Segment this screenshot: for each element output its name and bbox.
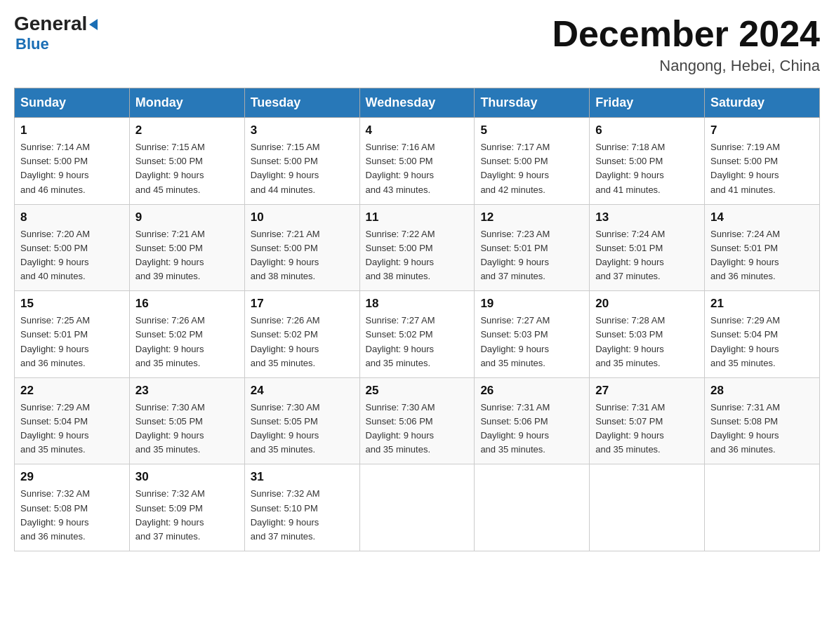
day-info: Sunrise: 7:32 AM Sunset: 5:08 PM Dayligh… [20,487,124,544]
day-info: Sunrise: 7:27 AM Sunset: 5:03 PM Dayligh… [480,314,583,370]
col-friday: Friday [590,88,705,118]
empty-cell [475,464,590,551]
day-number: 9 [135,210,239,224]
day-number: 20 [595,297,699,311]
daylight-minutes: and 37 minutes. [251,531,316,542]
daylight-label: Daylight: 9 hours [251,344,319,354]
calendar-header-row: Sunday Monday Tuesday Wednesday Thursday… [15,88,820,118]
day-info: Sunrise: 7:31 AM Sunset: 5:06 PM Dayligh… [480,401,583,457]
sunset-label: Sunset: 5:04 PM [710,329,778,340]
sunrise-label: Sunrise: 7:26 AM [135,315,205,326]
daylight-minutes: and 45 minutes. [135,185,201,195]
daylight-label: Daylight: 9 hours [135,170,204,180]
sunset-label: Sunset: 5:00 PM [366,243,433,253]
calendar-day-cell: 20 Sunrise: 7:28 AM Sunset: 5:03 PM Dayl… [590,291,705,378]
day-number: 5 [480,123,583,137]
day-info: Sunrise: 7:26 AM Sunset: 5:02 PM Dayligh… [135,314,239,370]
daylight-label: Daylight: 9 hours [710,430,779,441]
daylight-label: Daylight: 9 hours [366,257,435,267]
calendar-day-cell: 13 Sunrise: 7:24 AM Sunset: 5:01 PM Dayl… [590,204,705,291]
sunrise-label: Sunrise: 7:28 AM [595,315,665,326]
day-info: Sunrise: 7:31 AM Sunset: 5:07 PM Dayligh… [595,401,699,457]
sunset-label: Sunset: 5:07 PM [595,416,663,427]
calendar-day-cell: 28 Sunrise: 7:31 AM Sunset: 5:08 PM Dayl… [705,377,820,464]
sunrise-label: Sunrise: 7:30 AM [251,402,320,412]
day-number: 8 [20,210,124,224]
calendar-day-cell: 2 Sunrise: 7:15 AM Sunset: 5:00 PM Dayli… [129,118,244,205]
col-sunday: Sunday [15,88,130,118]
sunrise-label: Sunrise: 7:32 AM [20,488,90,499]
col-wednesday: Wednesday [359,88,475,118]
day-number: 29 [20,470,124,484]
day-info: Sunrise: 7:15 AM Sunset: 5:00 PM Dayligh… [135,140,239,197]
calendar-day-cell: 29 Sunrise: 7:32 AM Sunset: 5:08 PM Dayl… [15,464,130,551]
day-number: 15 [20,297,124,311]
daylight-label: Daylight: 9 hours [366,344,435,354]
calendar-day-cell: 9 Sunrise: 7:21 AM Sunset: 5:00 PM Dayli… [129,204,244,291]
sunrise-label: Sunrise: 7:17 AM [480,142,550,152]
sunrise-label: Sunrise: 7:21 AM [251,229,320,239]
day-info: Sunrise: 7:20 AM Sunset: 5:00 PM Dayligh… [20,227,124,284]
daylight-label: Daylight: 9 hours [20,430,89,441]
daylight-minutes: and 35 minutes. [480,444,545,455]
daylight-minutes: and 35 minutes. [595,358,661,368]
sunset-label: Sunset: 5:00 PM [595,156,663,166]
daylight-minutes: and 43 minutes. [366,185,431,195]
sunrise-label: Sunrise: 7:14 AM [20,142,90,152]
sunrise-label: Sunrise: 7:22 AM [366,229,435,239]
sunrise-label: Sunrise: 7:32 AM [251,488,320,499]
daylight-label: Daylight: 9 hours [366,430,435,441]
sunrise-label: Sunrise: 7:19 AM [710,142,780,152]
day-number: 19 [480,297,583,311]
daylight-label: Daylight: 9 hours [251,430,319,441]
calendar-week-row: 22 Sunrise: 7:29 AM Sunset: 5:04 PM Dayl… [15,377,820,464]
sunset-label: Sunset: 5:02 PM [135,329,203,340]
sunrise-label: Sunrise: 7:29 AM [20,402,90,412]
calendar-day-cell: 12 Sunrise: 7:23 AM Sunset: 5:01 PM Dayl… [475,204,590,291]
calendar-day-cell: 5 Sunrise: 7:17 AM Sunset: 5:00 PM Dayli… [475,118,590,205]
day-number: 17 [251,297,354,311]
day-info: Sunrise: 7:25 AM Sunset: 5:01 PM Dayligh… [20,314,124,370]
sunset-label: Sunset: 5:00 PM [480,156,548,166]
sunset-label: Sunset: 5:00 PM [251,156,318,166]
calendar-day-cell: 22 Sunrise: 7:29 AM Sunset: 5:04 PM Dayl… [15,377,130,464]
daylight-label: Daylight: 9 hours [251,257,319,267]
daylight-label: Daylight: 9 hours [595,257,664,267]
calendar-day-cell: 19 Sunrise: 7:27 AM Sunset: 5:03 PM Dayl… [475,291,590,378]
sunset-label: Sunset: 5:09 PM [135,503,203,514]
daylight-label: Daylight: 9 hours [135,430,204,441]
daylight-minutes: and 35 minutes. [251,444,316,455]
sunrise-label: Sunrise: 7:25 AM [20,315,90,326]
day-number: 16 [135,297,239,311]
sunset-label: Sunset: 5:03 PM [480,329,548,340]
day-number: 6 [595,123,699,137]
sunrise-label: Sunrise: 7:24 AM [710,229,780,239]
daylight-label: Daylight: 9 hours [251,170,319,180]
daylight-minutes: and 35 minutes. [135,358,201,368]
sunset-label: Sunset: 5:01 PM [710,243,778,253]
day-number: 30 [135,470,239,484]
day-info: Sunrise: 7:24 AM Sunset: 5:01 PM Dayligh… [595,227,699,284]
sunset-label: Sunset: 5:04 PM [20,416,88,427]
calendar-day-cell: 31 Sunrise: 7:32 AM Sunset: 5:10 PM Dayl… [244,464,359,551]
daylight-minutes: and 35 minutes. [710,358,776,368]
day-info: Sunrise: 7:32 AM Sunset: 5:10 PM Dayligh… [251,487,354,544]
col-tuesday: Tuesday [244,88,359,118]
day-info: Sunrise: 7:15 AM Sunset: 5:00 PM Dayligh… [251,140,354,197]
sunset-label: Sunset: 5:01 PM [595,243,663,253]
daylight-label: Daylight: 9 hours [135,257,204,267]
col-saturday: Saturday [705,88,820,118]
day-number: 2 [135,123,239,137]
daylight-minutes: and 42 minutes. [480,185,545,195]
day-number: 21 [710,297,814,311]
day-info: Sunrise: 7:30 AM Sunset: 5:05 PM Dayligh… [135,401,239,457]
sunset-label: Sunset: 5:01 PM [20,329,88,340]
daylight-minutes: and 35 minutes. [135,444,201,455]
day-number: 11 [366,210,469,224]
day-number: 7 [710,123,814,137]
day-info: Sunrise: 7:29 AM Sunset: 5:04 PM Dayligh… [710,314,814,370]
sunset-label: Sunset: 5:00 PM [710,156,778,166]
daylight-label: Daylight: 9 hours [251,517,319,528]
day-info: Sunrise: 7:31 AM Sunset: 5:08 PM Dayligh… [710,401,814,457]
day-number: 12 [480,210,583,224]
